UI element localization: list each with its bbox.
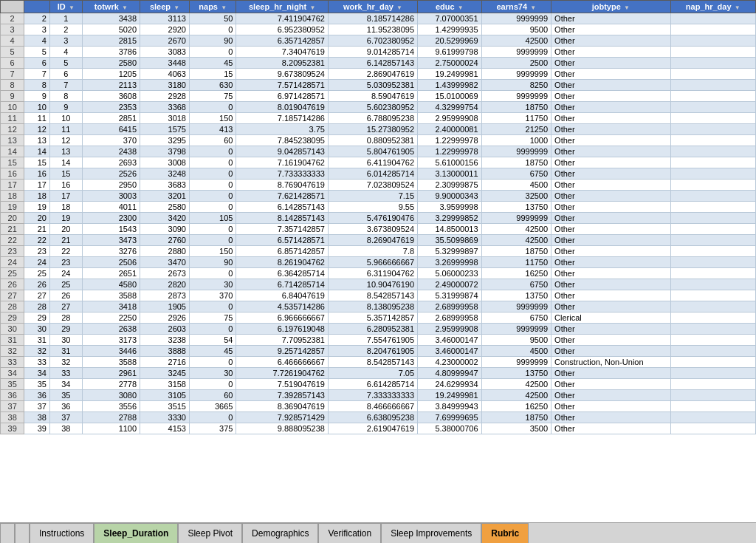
cell-educ[interactable]: 1.22999978 [418, 135, 481, 146]
cell-row_num[interactable]: 23 [24, 246, 50, 257]
cell-work_hr_day[interactable]: 8.185714286 [328, 13, 417, 24]
cell-totwrk[interactable]: 1205 [82, 69, 140, 80]
cell-work_hr_day[interactable]: 6.142857143 [328, 58, 417, 69]
cell-sleep_hr_night[interactable]: 6.952380952 [236, 24, 329, 35]
cell-work_hr_day[interactable]: 8.138095238 [328, 301, 417, 313]
cell-id[interactable]: 17 [49, 191, 82, 202]
tab-prev-button[interactable] [0, 523, 15, 543]
tab-instructions[interactable]: Instructions [30, 523, 94, 543]
cell-jobtype[interactable]: Other [551, 24, 670, 35]
cell-sleep_hr_night[interactable]: 8.369047619 [236, 401, 329, 412]
cell-jobtype[interactable]: Other [551, 191, 670, 202]
cell-sleep_hr_night[interactable]: 9.257142857 [236, 346, 329, 357]
cell-earns74[interactable]: 4500 [481, 180, 551, 191]
table-row[interactable]: 1313123703295607.8452380950.8809523811.2… [1, 135, 756, 146]
cell-sleep[interactable]: 3515 [140, 401, 190, 412]
cell-jobtype[interactable]: Other [551, 301, 670, 313]
cell-sleep_hr_night[interactable]: 7.621428571 [236, 191, 329, 202]
cell-educ[interactable]: 4.80999947 [418, 368, 481, 379]
cell-row_num[interactable]: 22 [24, 235, 50, 246]
cell-row_num[interactable]: 24 [24, 257, 50, 268]
cell-id[interactable]: 2 [49, 24, 82, 35]
cell-nap_hr_day[interactable] [670, 346, 755, 357]
cell-naps[interactable]: 0 [190, 379, 236, 390]
cell-row_num[interactable]: 21 [24, 224, 50, 235]
cell-earns74[interactable]: 42500 [481, 390, 551, 401]
cell-sleep_hr_night[interactable]: 6.971428571 [236, 91, 329, 102]
cell-totwrk[interactable]: 2693 [82, 157, 140, 168]
cell-totwrk[interactable]: 4580 [82, 279, 140, 290]
cell-educ[interactable]: 3.46000147 [418, 346, 481, 357]
cell-row_num[interactable]: 25 [24, 268, 50, 279]
cell-sleep[interactable]: 2673 [140, 268, 190, 279]
cell-educ[interactable]: 1.42999935 [418, 24, 481, 35]
cell-totwrk[interactable]: 2851 [82, 113, 140, 124]
cell-nap_hr_day[interactable] [670, 69, 755, 80]
cell-jobtype[interactable]: Other [551, 102, 670, 113]
cell-nap_hr_day[interactable] [670, 58, 755, 69]
col-header-row_num[interactable] [24, 1, 50, 13]
col-header-sleep[interactable]: sleep ▼ [140, 1, 190, 13]
cell-work_hr_day[interactable]: 8.204761905 [328, 346, 417, 357]
cell-work_hr_day[interactable]: 7.333333333 [328, 390, 417, 401]
cell-row_num[interactable]: 4 [24, 35, 50, 47]
cell-totwrk[interactable]: 3276 [82, 246, 140, 257]
cell-sleep_hr_night[interactable]: 7.161904762 [236, 157, 329, 168]
cell-earns74[interactable]: 2500 [481, 58, 551, 69]
tab-sleep-improvements[interactable]: Sleep Improvements [381, 523, 481, 543]
cell-sleep_hr_night[interactable]: 7.70952381 [236, 335, 329, 346]
cell-naps[interactable]: 90 [190, 35, 236, 47]
cell-sleep_hr_night[interactable]: 6.364285714 [236, 268, 329, 279]
cell-sleep[interactable]: 3245 [140, 368, 190, 379]
cell-work_hr_day[interactable]: 7.05 [328, 368, 417, 379]
cell-sleep[interactable]: 3018 [140, 113, 190, 124]
table-row[interactable]: 2222213473276006.5714285718.26904761935.… [1, 235, 756, 246]
cell-sleep_hr_night[interactable]: 7.34047619 [236, 47, 329, 58]
cell-nap_hr_day[interactable] [670, 35, 755, 47]
cell-id[interactable]: 14 [49, 157, 82, 168]
cell-naps[interactable]: 0 [190, 412, 236, 423]
cell-row_num[interactable]: 26 [24, 279, 50, 290]
cell-nap_hr_day[interactable] [670, 102, 755, 113]
cell-educ[interactable]: 9.61999798 [418, 47, 481, 58]
col-header-jobtype[interactable]: jobtype ▼ [551, 1, 670, 13]
cell-naps[interactable]: 0 [190, 202, 236, 213]
table-row[interactable]: 272726358828733706.840476198.5428571435.… [1, 290, 756, 301]
table-row[interactable]: 101092353336808.0190476195.6023809524.32… [1, 102, 756, 113]
cell-naps[interactable]: 45 [190, 58, 236, 69]
cell-educ[interactable]: 19.2499981 [418, 69, 481, 80]
table-row[interactable]: 3535342778315807.5190476196.61428571424.… [1, 379, 756, 390]
cell-sleep_hr_night[interactable]: 6.466666667 [236, 357, 329, 368]
cell-sleep_hr_night[interactable]: 7.571428571 [236, 80, 329, 91]
cell-totwrk[interactable]: 3003 [82, 191, 140, 202]
cell-naps[interactable]: 54 [190, 335, 236, 346]
cell-earns74[interactable]: 18750 [481, 102, 551, 113]
cell-id[interactable]: 15 [49, 168, 82, 180]
cell-naps[interactable]: 0 [190, 47, 236, 58]
cell-educ[interactable]: 2.68999958 [418, 301, 481, 313]
cell-sleep[interactable]: 2920 [140, 24, 190, 35]
cell-id[interactable]: 23 [49, 257, 82, 268]
cell-sleep_hr_night[interactable]: 7.357142857 [236, 224, 329, 235]
cell-jobtype[interactable]: Other [551, 346, 670, 357]
cell-sleep_hr_night[interactable]: 7.519047619 [236, 379, 329, 390]
table-row[interactable]: 29292822502926756.9666666675.3571428572.… [1, 313, 756, 324]
cell-totwrk[interactable]: 2506 [82, 257, 140, 268]
cell-row_num[interactable]: 10 [24, 102, 50, 113]
cell-totwrk[interactable]: 2300 [82, 213, 140, 224]
cell-educ[interactable]: 2.40000081 [418, 124, 481, 135]
tab-rubric[interactable]: Rubric [481, 523, 529, 543]
cell-sleep[interactable]: 3448 [140, 58, 190, 69]
cell-row_num[interactable]: 34 [24, 368, 50, 379]
cell-sleep[interactable]: 4063 [140, 69, 190, 80]
cell-totwrk[interactable]: 3418 [82, 301, 140, 313]
cell-sleep[interactable]: 3295 [140, 135, 190, 146]
cell-work_hr_day[interactable]: 7.023809524 [328, 180, 417, 191]
cell-sleep[interactable]: 3248 [140, 168, 190, 180]
cell-sleep[interactable]: 2820 [140, 279, 190, 290]
cell-educ[interactable]: 14.8500013 [418, 224, 481, 235]
cell-educ[interactable]: 3.9599998 [418, 202, 481, 213]
cell-educ[interactable]: 4.23000002 [418, 357, 481, 368]
cell-row_num[interactable]: 28 [24, 301, 50, 313]
cell-jobtype[interactable]: Other [551, 35, 670, 47]
